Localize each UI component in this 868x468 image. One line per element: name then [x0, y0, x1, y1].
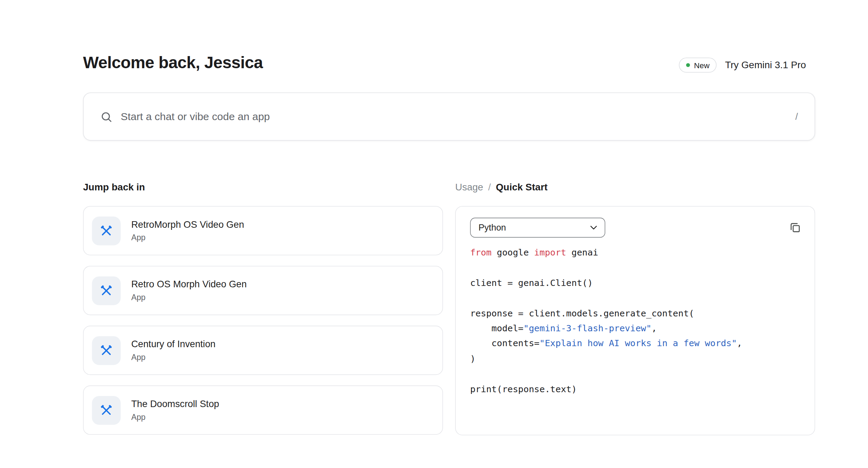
app-title: Retro OS Morph Video Gen — [131, 279, 247, 290]
new-badge-label: New — [694, 61, 709, 70]
recent-app-card[interactable]: Retro OS Morph Video Gen App — [83, 266, 443, 315]
app-title: The Doomscroll Stop — [131, 399, 219, 410]
app-type: App — [131, 233, 244, 242]
language-select[interactable]: Python — [470, 218, 605, 238]
slash-shortcut-hint: / — [795, 111, 798, 122]
app-icon-box — [92, 336, 121, 364]
tab-quick-start[interactable]: Quick Start — [496, 182, 548, 194]
page-title: Welcome back, Jessica — [83, 53, 263, 72]
app-icon-box — [92, 396, 121, 424]
chat-search-bar[interactable]: / — [83, 92, 815, 141]
app-type: App — [131, 353, 215, 362]
chevron-down-icon — [588, 222, 599, 233]
code-panel-toolbar: Python — [456, 207, 815, 238]
copy-icon — [789, 222, 801, 234]
chat-input[interactable] — [121, 110, 795, 123]
recent-app-card[interactable]: Century of Invention App — [83, 326, 443, 375]
recent-app-card[interactable]: The Doomscroll Stop App — [83, 386, 443, 435]
search-icon — [100, 110, 112, 123]
try-gemini-link[interactable]: Try Gemini 3.1 Pro — [725, 59, 806, 71]
app-title: RetroMorph OS Video Gen — [131, 219, 244, 231]
app-type: App — [131, 293, 247, 302]
new-badge: New — [679, 57, 717, 72]
ai-studio-home: Welcome back, Jessica New Try Gemini 3.1… — [0, 0, 868, 468]
tab-usage[interactable]: Usage — [455, 182, 483, 194]
quickstart-tabs: Usage / Quick Start — [455, 182, 548, 194]
recent-app-card[interactable]: RetroMorph OS Video Gen App — [83, 206, 443, 255]
app-icon-box — [92, 216, 121, 245]
copy-code-button[interactable] — [788, 220, 803, 235]
language-select-value: Python — [478, 223, 506, 233]
new-badge-dot — [686, 63, 690, 67]
quickstart-code-panel: Python from google import genai client =… — [455, 206, 815, 435]
jump-back-heading: Jump back in — [83, 182, 145, 194]
app-title: Century of Invention — [131, 339, 215, 350]
apps-construction-icon — [99, 283, 114, 298]
recent-apps-list: RetroMorph OS Video Gen App Retro OS Mor… — [83, 206, 443, 435]
tab-separator: / — [488, 182, 491, 194]
code-block: from google import genai client = genai.… — [470, 245, 814, 397]
app-type: App — [131, 413, 219, 422]
header-right: New Try Gemini 3.1 Pro — [679, 57, 806, 72]
apps-construction-icon — [99, 343, 114, 358]
apps-construction-icon — [99, 224, 114, 238]
apps-construction-icon — [99, 403, 114, 417]
app-icon-box — [92, 276, 121, 305]
